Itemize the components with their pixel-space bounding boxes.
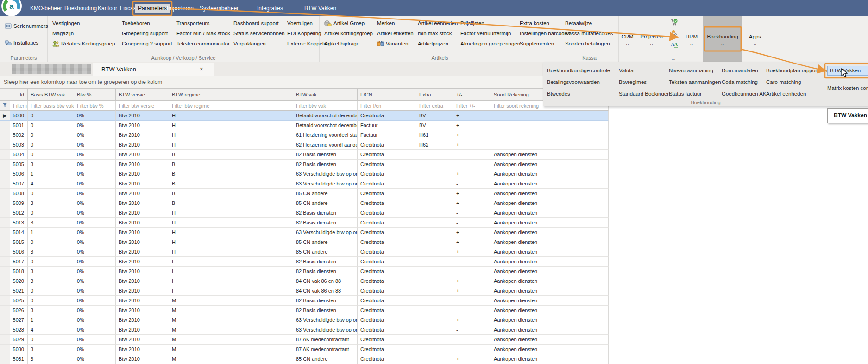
ribbon-item-factor-verhuurtermijn[interactable]: Factor verhuurtermijn (459, 28, 518, 38)
cell[interactable]: Btw 2010 (116, 228, 169, 237)
cell[interactable] (416, 228, 453, 237)
cell[interactable]: 82 Basis diensten (293, 306, 358, 315)
ribbon-item-afmetingen-groeperingen[interactable]: Afmetingen groeperingen (459, 38, 518, 49)
cell[interactable]: Aankopen diensten (491, 286, 609, 296)
cell[interactable]: I (169, 276, 293, 286)
cell[interactable]: - (453, 335, 491, 345)
cell[interactable]: M (169, 325, 293, 335)
cell[interactable]: 82 Basis diensten (293, 160, 358, 169)
menu-item-boekhoudplan-rapportering[interactable]: Boekhoudplan rapportering (766, 65, 830, 77)
cell[interactable] (491, 111, 609, 121)
cell[interactable] (416, 354, 453, 364)
menu-item-matrix-kosten-con[interactable]: Matrix kosten con (827, 83, 868, 94)
cell[interactable]: + (453, 276, 491, 286)
cell[interactable]: 85 CN andere (293, 198, 358, 208)
ribbon-item-artikel-bijdrage[interactable]: Artikel bijdrage (322, 38, 375, 49)
menu-item-btw-vakken[interactable]: BTW Vakken (827, 66, 868, 76)
cell[interactable]: Btw 2010 (116, 169, 169, 179)
cell[interactable]: 0 (28, 257, 74, 267)
cell[interactable]: 5012 (10, 208, 28, 218)
cell[interactable]: 5020 (10, 276, 28, 286)
cell[interactable]: 84 CN vak 86 en 88 (293, 286, 358, 296)
table-row[interactable]: 502500%Btw 2010M82 Basis dienstenCreditn… (0, 296, 609, 306)
cell[interactable]: Aankopen diensten (491, 306, 609, 315)
cell[interactable]: Aankopen diensten (491, 276, 609, 286)
column-header--[interactable]: +/- (453, 89, 491, 101)
cell[interactable]: 5021 (10, 286, 28, 296)
ribbon-button-crm[interactable]: CRM⌄ (619, 16, 636, 62)
cell[interactable]: - (453, 257, 491, 267)
cell[interactable]: 82 Basis diensten (293, 257, 358, 267)
cell[interactable] (416, 345, 453, 354)
cell[interactable]: M (169, 315, 293, 325)
cell[interactable]: 0 (28, 140, 74, 150)
table-row[interactable]: 500800%Btw 2010B85 CN andereCreditnota+A… (0, 189, 609, 198)
table-row[interactable]: 500930%Btw 2010B85 CN andereCreditnota+A… (0, 198, 609, 208)
cell[interactable]: 0% (74, 237, 116, 247)
cell[interactable]: Aankopen diensten (491, 345, 609, 354)
cell[interactable]: Btw 2010 (116, 150, 169, 160)
cell[interactable]: 0 (28, 208, 74, 218)
cell[interactable] (416, 296, 453, 306)
cell[interactable] (416, 237, 453, 247)
cell[interactable]: + (453, 247, 491, 257)
table-row[interactable]: 500530%Btw 2010B82 Basis dienstenCreditn… (0, 160, 609, 169)
cell[interactable]: Creditnota (358, 169, 416, 179)
cell[interactable]: 3 (28, 160, 74, 169)
cell[interactable]: Btw 2010 (116, 247, 169, 257)
menu-item-dom-mandaten[interactable]: Dom.mandaten (722, 65, 767, 77)
cell[interactable]: 0% (74, 198, 116, 208)
cell[interactable]: Btw 2010 (116, 111, 169, 121)
cell[interactable]: - (453, 345, 491, 354)
cell[interactable] (491, 121, 609, 130)
filter-cell[interactable]: Filter +/- (453, 101, 491, 111)
cell[interactable]: 82 Basis diensten (293, 150, 358, 160)
cell[interactable]: 5026 (10, 306, 28, 315)
cell[interactable]: 0% (74, 121, 116, 130)
table-row[interactable]: 501500%Btw 2010H85 CN andereCreditnota+A… (0, 237, 609, 247)
ribbon-button-boekhouding[interactable]: Boekhouding⌄ (703, 16, 742, 62)
cell[interactable] (416, 160, 453, 169)
menu-item-goedkeuringen-ak[interactable]: Goedkeuringen AK (722, 88, 767, 100)
cell[interactable]: 4 (28, 179, 74, 189)
cell[interactable]: 82 Basis diensten (293, 208, 358, 218)
cell[interactable]: M (169, 296, 293, 306)
table-row[interactable]: 500200%Btw 2010H61 Herziening voordeel s… (0, 130, 609, 140)
cell[interactable]: Aankopen diensten (491, 267, 609, 276)
cell[interactable]: H (169, 208, 293, 218)
cell[interactable]: H (169, 130, 293, 140)
cell[interactable]: Factuur (358, 130, 416, 140)
cell[interactable]: 1 (28, 228, 74, 237)
cell[interactable] (491, 140, 609, 150)
cell[interactable]: Creditnota (358, 208, 416, 218)
cell[interactable]: Btw 2010 (116, 296, 169, 306)
cell[interactable]: 3 (28, 218, 74, 228)
ribbon-item-transporteurs[interactable]: Transporteurs (175, 18, 232, 28)
cell[interactable]: Creditnota (358, 325, 416, 335)
cell[interactable]: Creditnota (358, 237, 416, 247)
cell[interactable]: Aankopen diensten (491, 198, 609, 208)
cell[interactable]: - (453, 208, 491, 218)
cell[interactable]: 0% (74, 218, 116, 228)
cell[interactable]: Btw 2010 (116, 325, 169, 335)
cell[interactable]: 0% (74, 160, 116, 169)
cell[interactable]: Btw 2010 (116, 121, 169, 130)
ribbon-item-teksten-communicator[interactable]: Teksten communicator (175, 38, 232, 49)
cell[interactable]: Btw 2010 (116, 140, 169, 150)
cell[interactable]: 5000 (10, 111, 28, 121)
column-header-id[interactable]: Id (10, 89, 28, 101)
menu-item-btwcodes[interactable]: Btwcodes (547, 88, 610, 100)
cell[interactable]: Creditnota (358, 267, 416, 276)
ribbon-item-verpakkingen[interactable]: Verpakkingen (232, 38, 285, 49)
cell[interactable]: 3 (28, 276, 74, 286)
cell[interactable]: Creditnota (358, 335, 416, 345)
cell[interactable]: 5031 (10, 354, 28, 364)
cell[interactable]: 0 (28, 130, 74, 140)
cell[interactable]: 5027 (10, 315, 28, 325)
ribbon-item-factor-min-max-stock[interactable]: Factor Min / Max stock (175, 28, 232, 38)
cell[interactable]: H (169, 247, 293, 257)
cell[interactable]: 5001 (10, 121, 28, 130)
filter-cell[interactable]: Filter btw vak (293, 101, 358, 111)
cell[interactable]: 5005 (10, 160, 28, 169)
cell[interactable]: M (169, 335, 293, 345)
